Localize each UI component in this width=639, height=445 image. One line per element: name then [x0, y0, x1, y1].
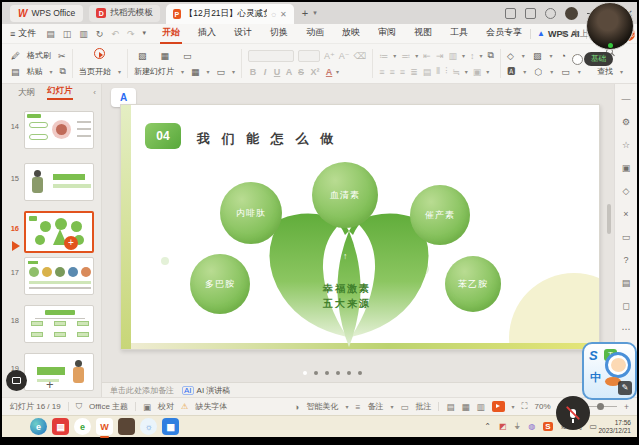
bullets-icon[interactable]: ≔ [379, 51, 388, 61]
save-icon[interactable]: ▤ [46, 29, 55, 39]
thumbnail-slide-17[interactable] [24, 257, 94, 295]
add-slide-button[interactable]: + [46, 377, 54, 392]
todo-icon[interactable]: ▤ [622, 278, 631, 288]
thumbnail-slide-15[interactable] [24, 163, 94, 201]
align-right-icon[interactable]: ≡ [400, 67, 405, 77]
menu-design[interactable]: 设计 [232, 24, 254, 44]
webcam-overlay[interactable] [586, 2, 634, 50]
slide-title[interactable]: 我 们 能 怎 么 做 [197, 130, 337, 148]
comment-button[interactable]: 批注 [415, 401, 431, 412]
font-color-button[interactable]: A [324, 67, 334, 77]
menu-tools[interactable]: 工具 [448, 24, 470, 44]
thumbnail-slide-19[interactable] [24, 353, 94, 391]
menu-member[interactable]: 会员专享 [484, 24, 524, 44]
cut-icon[interactable]: ✂ [58, 51, 66, 61]
line-spacing-icon[interactable]: ↕ [470, 51, 475, 61]
sogou-ime-icon[interactable]: S [543, 422, 552, 431]
slide-number-badge[interactable]: 04 [145, 123, 181, 149]
collapse-pane-icon[interactable]: — [622, 94, 631, 104]
notes-placeholder[interactable]: 单击此处添加备注 [110, 385, 174, 396]
app-icon-dark[interactable] [118, 418, 135, 435]
ai-script-button[interactable]: AI AI 演讲稿 [182, 385, 230, 396]
thumbnail-slide-16-selected[interactable] [24, 211, 94, 253]
align-center-icon[interactable]: ≡ [390, 67, 395, 77]
docs-app-icon[interactable]: ▦ [162, 418, 179, 435]
underline-button[interactable]: U [272, 67, 282, 77]
weather-app-icon[interactable]: ☼ [140, 418, 157, 435]
favorites-icon[interactable]: ☆ [622, 140, 630, 150]
share-icon[interactable]: ↻ [96, 29, 104, 39]
shrink-font-icon[interactable]: A⁻ [339, 51, 350, 61]
account-avatar[interactable] [565, 7, 578, 20]
tree-caption[interactable]: 幸福激素 五大来源 [315, 281, 379, 311]
mail-app-icon[interactable]: ▤ [52, 418, 69, 435]
sorter-view-icon[interactable]: ▦ [461, 402, 469, 412]
menu-review[interactable]: 审阅 [376, 24, 398, 44]
print-icon[interactable]: ▥ [79, 29, 88, 39]
italic-button[interactable]: I [260, 67, 270, 77]
restore-layout-icon[interactable] [525, 8, 536, 19]
align-objects-icon[interactable]: ▭ [561, 67, 570, 77]
menu-transition[interactable]: 切换 [268, 24, 290, 44]
circle-phenylethylamine[interactable]: 苯乙胺 [445, 256, 501, 312]
font-color-caret[interactable]: ▾ [336, 68, 339, 75]
play-from-current-icon[interactable] [94, 48, 105, 59]
quick-access-caret[interactable]: ▾ [142, 29, 146, 39]
char-spacing-button[interactable]: A [284, 67, 294, 77]
shapes-icon[interactable]: ◇ [507, 51, 514, 61]
paste-button[interactable]: 粘贴 [27, 66, 43, 77]
image-icon[interactable]: ▨ [533, 51, 542, 61]
section-button[interactable]: ▭ [217, 67, 226, 77]
menu-home[interactable]: 开始 [160, 24, 182, 44]
missing-font-label[interactable]: 缺失字体 [195, 401, 227, 412]
tab-document-active[interactable]: P 【12月21日】心灵减负—— ◌ ✕ [166, 4, 294, 24]
zoom-level[interactable]: 70% [535, 402, 551, 411]
redo-icon[interactable]: ↷ [127, 29, 135, 39]
beautify-button[interactable]: 智能美化 [306, 401, 338, 412]
thumbnail-slide-14[interactable] [24, 111, 94, 149]
play-caret[interactable]: ▾ [118, 68, 121, 75]
tab-outline[interactable]: 大纲 [18, 87, 35, 99]
layout-button[interactable]: ▦ [191, 67, 200, 77]
zoom-slider-knob[interactable] [597, 403, 604, 410]
new-slide-caret[interactable]: ▾ [181, 68, 184, 75]
file-menu[interactable]: ≡ 文件 [10, 27, 36, 40]
undo-icon[interactable]: ↶ [111, 29, 119, 39]
circle-endorphin[interactable]: 内啡肽 [220, 182, 282, 244]
properties-icon[interactable]: ⚙ [622, 117, 630, 127]
font-size-select[interactable] [298, 50, 320, 62]
presentation-tool-button[interactable] [6, 370, 27, 391]
format-painter-button[interactable]: 格式刷 [27, 50, 51, 61]
start-button[interactable] [8, 418, 25, 435]
menu-view[interactable]: 视图 [412, 24, 434, 44]
mic-muted-overlay[interactable] [556, 396, 590, 430]
panel-collapse-icon[interactable]: ‹ [93, 88, 96, 97]
indent-icon[interactable]: ⇥ [436, 51, 444, 61]
battery-icon[interactable]: ▭ [589, 422, 597, 431]
tray-mic-icon[interactable]: ⏚ [515, 422, 521, 432]
tray-expand-icon[interactable]: ⌃ [484, 422, 491, 431]
circle-oxytocin[interactable]: 催产素 [410, 185, 470, 245]
slide-16[interactable]: 04 我 们 能 怎 么 做 [120, 104, 600, 350]
tab-slides[interactable]: 幻灯片 [47, 85, 73, 100]
output-icon[interactable]: ◫ [63, 29, 72, 39]
portrait-icon[interactable]: ◔ [560, 51, 565, 61]
new-slide-button[interactable]: 新建幻灯片 [134, 66, 174, 77]
menu-insert[interactable]: 插入 [196, 24, 218, 44]
arrange-icon[interactable]: ⬡ [534, 67, 542, 77]
bold-button[interactable]: B [248, 67, 258, 77]
comment-icon[interactable]: ◻ [622, 301, 629, 311]
browser-app-icon[interactable]: e [74, 418, 91, 435]
note-button[interactable]: 备注 [367, 401, 383, 412]
vertical-scrollbar[interactable] [607, 204, 611, 234]
ime-overlay[interactable]: S 中 T ✎ [582, 342, 637, 400]
insert-slide-button[interactable]: + [64, 236, 78, 250]
grow-font-icon[interactable]: A⁺ [324, 51, 335, 61]
thumbnail-slide-18[interactable] [24, 305, 94, 343]
more-icon[interactable]: ⋯ [622, 324, 631, 334]
font-name-select[interactable] [248, 50, 294, 62]
tray-app-icon[interactable]: ◩ [499, 422, 507, 431]
slideshow-play-button[interactable] [492, 401, 505, 412]
justify-icon[interactable]: ≣ [410, 67, 418, 77]
wps-app-icon[interactable]: W [96, 418, 113, 435]
